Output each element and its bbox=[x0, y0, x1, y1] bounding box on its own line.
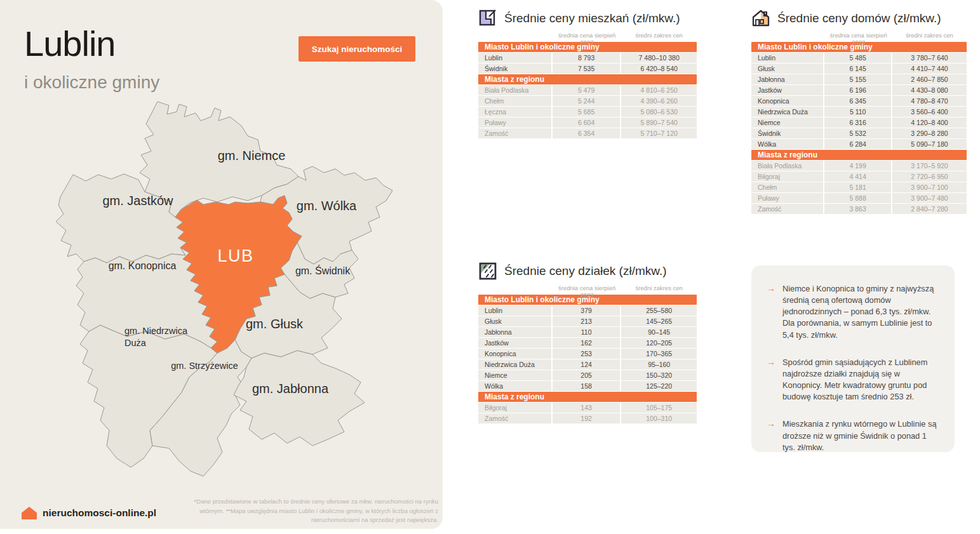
row-avg-price: 4 414 bbox=[824, 171, 891, 182]
table-row: Lublin379255–580 bbox=[478, 305, 697, 316]
row-avg-price: 6 284 bbox=[824, 139, 891, 149]
row-label: Jabłonna bbox=[478, 327, 551, 337]
row-avg-price: 5 244 bbox=[553, 96, 620, 106]
table-row: Lublin5 4853 780–7 640 bbox=[751, 53, 967, 63]
table-plot-prices: Średnie ceny działek (zł/mkw.) średnia c… bbox=[478, 262, 697, 424]
row-avg-price: 5 485 bbox=[824, 53, 891, 63]
table-apartment-prices: Średnie ceny mieszkań (zł/mkw.) średnia … bbox=[478, 9, 697, 139]
row-avg-price: 6 345 bbox=[824, 96, 891, 106]
page-title: Lublin bbox=[24, 23, 115, 64]
table-title: Średnie ceny działek (zł/mkw.) bbox=[504, 264, 667, 278]
row-price-range: 4 810–6 250 bbox=[621, 85, 697, 95]
row-price-range: 2 840–7 280 bbox=[892, 204, 967, 214]
row-price-range: 3 560–6 400 bbox=[892, 107, 967, 117]
row-avg-price: 5 888 bbox=[824, 193, 891, 203]
table-row: Zamość192100–310 bbox=[478, 413, 697, 424]
row-label: Zamość bbox=[478, 413, 551, 424]
row-label: Głusk bbox=[751, 63, 823, 74]
row-avg-price: 379 bbox=[553, 305, 620, 316]
row-price-range: 2 720–6 950 bbox=[892, 171, 967, 182]
section-header: Miasta z regionu bbox=[751, 150, 967, 160]
footnotes: *Dane przedstawione w tabelach to średni… bbox=[168, 497, 438, 525]
table-title: Średnie ceny domów (zł/mkw.) bbox=[777, 11, 941, 25]
row-avg-price: 8 793 bbox=[553, 53, 620, 63]
row-avg-price: 205 bbox=[553, 370, 620, 380]
row-label: Wólka bbox=[478, 381, 551, 391]
table-row: Chełm5 2444 390–6 260 bbox=[478, 96, 697, 106]
table-row: Konopnica253170–365 bbox=[478, 349, 697, 359]
search-properties-button[interactable]: Szukaj nieruchomości bbox=[299, 36, 415, 62]
row-label: Niemce bbox=[478, 370, 551, 380]
row-avg-price: 6 145 bbox=[824, 63, 891, 74]
row-avg-price: 5 479 bbox=[553, 85, 620, 95]
row-avg-price: 124 bbox=[553, 359, 620, 370]
row-price-range: 2 460–7 850 bbox=[892, 74, 967, 84]
table-row: Zamość6 3545 710–7 120 bbox=[478, 128, 697, 138]
row-label: Łęczna bbox=[478, 107, 551, 117]
row-avg-price: 253 bbox=[553, 349, 620, 359]
logo-house-icon bbox=[22, 507, 37, 519]
row-avg-price: 162 bbox=[553, 338, 620, 348]
map-label-niedrzwica-duza: gm. Niedrzwica Duża bbox=[124, 325, 188, 349]
table-row: Jastków162120–205 bbox=[478, 338, 697, 348]
row-label: Jastków bbox=[751, 85, 823, 95]
row-label: Konopnica bbox=[751, 96, 823, 106]
map-label-jablonna: gm. Jabłonna bbox=[252, 382, 328, 396]
row-label: Biłgoraj bbox=[751, 171, 823, 182]
land-plot-icon bbox=[478, 262, 497, 281]
table-row: Niedrzwica Duża5 1103 560–6 400 bbox=[751, 107, 967, 117]
house-icon bbox=[751, 9, 770, 28]
region-map: gm. Niemce gm. Jastków gm. Wólka gm. Kon… bbox=[51, 95, 406, 514]
row-avg-price: 5 181 bbox=[824, 182, 891, 192]
row-avg-price: 192 bbox=[553, 413, 620, 424]
row-label: Konopnica bbox=[478, 349, 551, 359]
row-label: Chełm bbox=[478, 96, 551, 106]
row-price-range: 4 780–8 470 bbox=[892, 96, 967, 106]
table-row: Niemce6 3164 120–8 400 bbox=[751, 117, 967, 128]
table-title: Średnie ceny mieszkań (zł/mkw.) bbox=[504, 11, 680, 25]
row-label: Biłgoraj bbox=[478, 403, 551, 413]
table-row: Świdnik5 5323 290–8 280 bbox=[751, 128, 967, 138]
insight-item: →Mieszkania z rynku wtórnego w Lublinie … bbox=[767, 418, 939, 453]
table-row: Łęczna5 6855 080–6 530 bbox=[478, 107, 697, 117]
map-label-jastkow: gm. Jastków bbox=[102, 194, 173, 208]
row-label: Lublin bbox=[751, 53, 823, 63]
row-price-range: 145–265 bbox=[621, 316, 697, 326]
table-row: Świdnik7 5356 420–8 540 bbox=[478, 63, 697, 74]
row-avg-price: 143 bbox=[553, 403, 620, 413]
row-label: Głusk bbox=[478, 316, 551, 326]
row-avg-price: 6 354 bbox=[553, 128, 620, 138]
table-row: Biłgoraj143105–175 bbox=[478, 403, 697, 413]
map-label-glusk: gm. Głusk bbox=[246, 317, 303, 331]
row-avg-price: 5 110 bbox=[824, 107, 891, 117]
section-header: Miasta z regionu bbox=[478, 392, 697, 402]
table-row: Biłgoraj4 4142 720–6 950 bbox=[751, 171, 967, 182]
region-jablonna bbox=[234, 350, 365, 446]
table-row: Biała Podlaska5 4794 810–6 250 bbox=[478, 85, 697, 95]
left-panel: Lublin i okoliczne gminy Szukaj nierucho… bbox=[0, 0, 443, 529]
brand[interactable]: nieruchomosci-online.pl bbox=[22, 507, 156, 519]
row-avg-price: 5 685 bbox=[553, 107, 620, 117]
row-price-range: 120–205 bbox=[621, 338, 697, 348]
row-avg-price: 3 863 bbox=[824, 204, 891, 214]
row-price-range: 5 890–7 540 bbox=[621, 117, 697, 128]
row-price-range: 5 080–6 530 bbox=[621, 107, 697, 117]
table-row: Konopnica6 3454 780–8 470 bbox=[751, 96, 967, 106]
row-price-range: 170–365 bbox=[621, 349, 697, 359]
row-price-range: 3 900–7 480 bbox=[892, 193, 967, 203]
row-price-range: 255–580 bbox=[621, 305, 697, 316]
row-avg-price: 158 bbox=[553, 381, 620, 391]
row-price-range: 4 120–8 400 bbox=[892, 117, 967, 128]
row-price-range: 125–220 bbox=[621, 381, 697, 391]
row-avg-price: 110 bbox=[553, 327, 620, 337]
row-price-range: 7 480–10 380 bbox=[621, 53, 697, 63]
arrow-right-icon: → bbox=[767, 418, 775, 453]
row-price-range: 105–175 bbox=[621, 403, 697, 413]
insights-panel: →Niemce i Konopnica to gminy z najwyższą… bbox=[751, 265, 955, 452]
row-price-range: 150–320 bbox=[621, 370, 697, 380]
table-row: Jastków6 1964 430–8 080 bbox=[751, 85, 967, 95]
row-avg-price: 7 535 bbox=[553, 63, 620, 74]
map-label-niemce: gm. Niemce bbox=[218, 149, 286, 163]
row-label: Jastków bbox=[478, 338, 551, 348]
row-price-range: 5 090–7 180 bbox=[892, 139, 967, 149]
